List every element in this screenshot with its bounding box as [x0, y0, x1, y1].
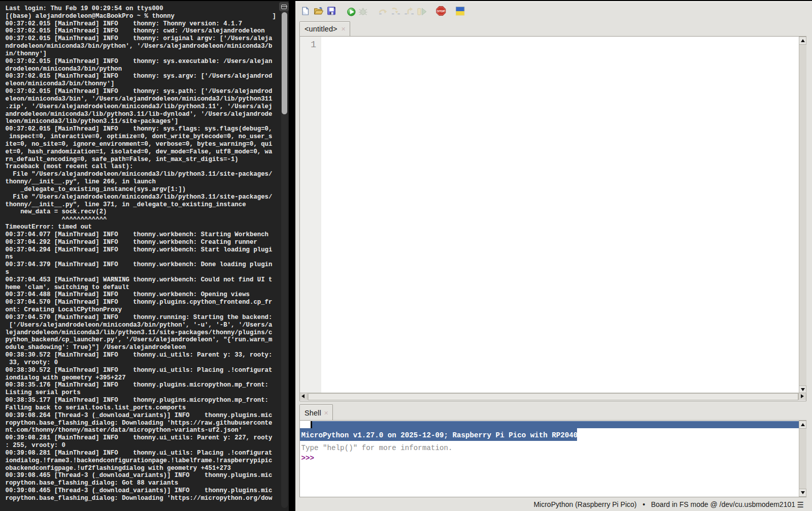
svg-text:STOP: STOP: [437, 10, 445, 13]
